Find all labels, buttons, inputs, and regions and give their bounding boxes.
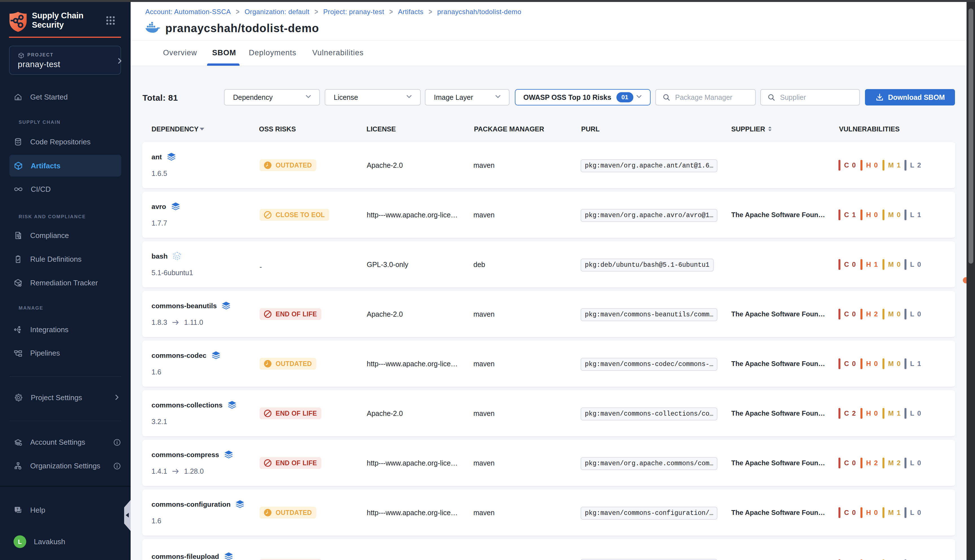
svg-text:?: ? bbox=[17, 507, 18, 511]
